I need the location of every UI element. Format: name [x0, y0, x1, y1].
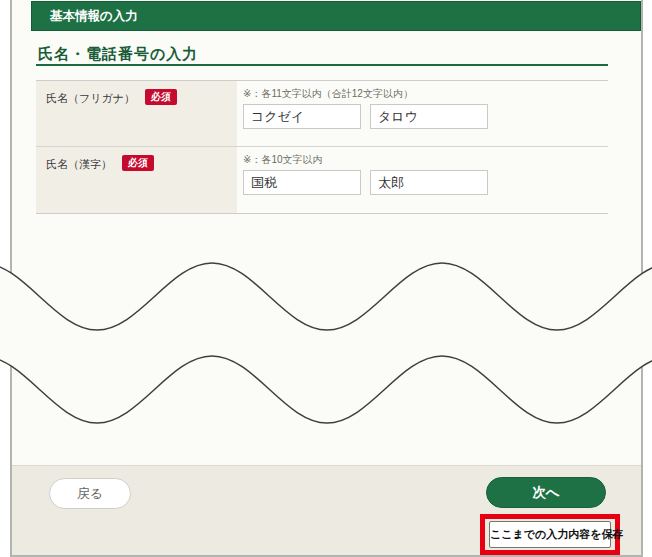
page-title: 基本情報の入力 — [50, 9, 138, 23]
save-progress-button[interactable]: ここまでの入力内容を保存 — [489, 521, 611, 548]
footer-bar: 戻る 次へ ここまでの入力内容を保存 — [12, 465, 641, 555]
first-name-kanji-input[interactable] — [370, 170, 488, 195]
field-value-cell: ※：各11文字以内（合計12文字以内） — [237, 81, 608, 146]
table-row-kana: 氏名（フリガナ） 必須 ※：各11文字以内（合計12文字以内） — [36, 81, 608, 147]
required-badge: 必須 — [145, 89, 177, 105]
field-note: ※：各10文字以内 — [243, 153, 608, 167]
inputs-row — [243, 104, 608, 129]
field-note: ※：各11文字以内（合計12文字以内） — [243, 87, 608, 101]
field-label: 氏名（漢字） — [46, 155, 112, 172]
section-title: 氏名・電話番号の入力 — [38, 45, 198, 64]
field-label-cell: 氏名（漢字） 必須 — [36, 147, 237, 213]
section-header-bar: 基本情報の入力 — [31, 1, 641, 31]
field-value-cell: ※：各10文字以内 — [237, 147, 608, 213]
required-badge: 必須 — [122, 155, 154, 171]
section-title-underline — [36, 64, 608, 66]
field-label: 氏名（フリガナ） — [46, 89, 135, 106]
last-name-kanji-input[interactable] — [243, 170, 361, 195]
back-button[interactable]: 戻る — [49, 478, 131, 509]
next-button[interactable]: 次へ — [486, 477, 606, 508]
annotation-highlight-box: ここまでの入力内容を保存 — [480, 514, 620, 555]
table-row-kanji: 氏名（漢字） 必須 ※：各10文字以内 — [36, 147, 608, 213]
screenshot-canvas: 基本情報の入力 氏名・電話番号の入力 氏名（フリガナ） 必須 ※：各11文字以内… — [0, 0, 652, 557]
page-container: 基本情報の入力 氏名・電話番号の入力 氏名（フリガナ） 必須 ※：各11文字以内… — [10, 0, 643, 557]
last-name-kana-input[interactable] — [243, 104, 361, 129]
inputs-row — [243, 170, 608, 195]
field-label-cell: 氏名（フリガナ） 必須 — [36, 81, 237, 146]
name-form-table: 氏名（フリガナ） 必須 ※：各11文字以内（合計12文字以内） 氏名（漢字） 必… — [36, 80, 608, 214]
first-name-kana-input[interactable] — [370, 104, 488, 129]
